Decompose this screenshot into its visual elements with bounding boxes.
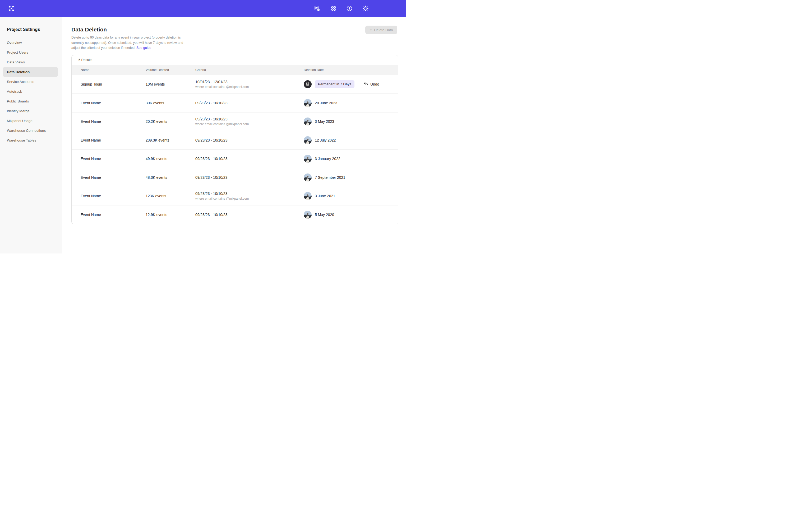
topbar-icon-group: ?: [314, 5, 369, 12]
row-event-name: Event Name: [81, 119, 101, 124]
row-volume-deleted: 10M events: [146, 82, 165, 87]
deletion-date-text: 3 June 2021: [315, 194, 335, 198]
user-avatar: [304, 117, 312, 125]
sidebar-item-label: Project Users: [7, 50, 28, 54]
sidebar-item[interactable]: Data Views: [3, 57, 58, 67]
sidebar-item[interactable]: Autotrack: [3, 87, 58, 96]
row-criteria-range: 09/23/23 - 10/10/23: [195, 138, 227, 142]
svg-text:?: ?: [349, 7, 351, 10]
sidebar-item[interactable]: Mixpanel Usage: [3, 116, 58, 126]
row-criteria: 09/23/23 - 10/10/23: [195, 101, 227, 105]
help-icon[interactable]: ?: [346, 5, 353, 12]
undo-button-label: Undo: [370, 82, 379, 87]
sidebar-item[interactable]: Public Boards: [3, 96, 58, 106]
row-criteria: 09/23/23 - 10/10/23: [195, 213, 227, 217]
sidebar-item-label: Public Boards: [7, 99, 29, 103]
row-criteria-range: 09/23/23 - 10/10/23: [195, 101, 227, 105]
row-deletion-date: 3 June 2021: [304, 192, 335, 200]
user-avatar: [304, 136, 312, 144]
row-criteria-filter: where email contains @mixpanel.com: [195, 197, 249, 201]
row-criteria: 09/23/23 - 10/10/23: [195, 175, 227, 180]
row-deletion-date: 3 January 2022: [304, 155, 341, 163]
row-event-name: Event Name: [81, 101, 101, 105]
row-event-name: Signup_login: [81, 82, 102, 87]
column-header-criteria: Criteria: [195, 68, 206, 72]
mixpanel-logo-icon[interactable]: [8, 5, 15, 12]
page-description-text: Delete up to 90 days data for any event …: [71, 36, 183, 50]
deletion-date-text: 20 June 2023: [315, 101, 337, 105]
column-header-name: Name: [81, 68, 89, 72]
table-row: Event Name 20.2K events 09/23/23 - 10/10…: [71, 112, 398, 131]
sidebar-item[interactable]: Identity Merge: [3, 106, 58, 116]
row-criteria: 09/23/23 - 10/10/23 where email contains…: [195, 191, 249, 201]
see-guide-link[interactable]: See guide: [136, 46, 151, 50]
user-avatar: [304, 192, 312, 200]
row-criteria: 09/23/23 - 10/10/23 where email contains…: [195, 117, 249, 126]
row-criteria-range: 09/23/23 - 10/10/23: [195, 213, 227, 217]
row-volume-deleted: 239.3K events: [146, 138, 169, 142]
row-criteria-range: 09/23/23 - 10/10/23: [195, 175, 227, 180]
row-event-name: Event Name: [81, 194, 101, 198]
row-volume-deleted: 49.9K events: [146, 157, 167, 161]
sidebar-item[interactable]: Project Users: [3, 48, 58, 57]
deletion-date-text: 7 September 2021: [315, 175, 345, 180]
table-row: Event Name 48.3K events 09/23/23 - 10/10…: [71, 168, 398, 187]
row-event-name: Event Name: [81, 213, 101, 217]
data-management-icon[interactable]: [314, 5, 320, 12]
row-criteria-range: 09/23/23 - 10/10/23: [195, 157, 227, 161]
sidebar-item-label: Mixpanel Usage: [7, 119, 33, 123]
sidebar-item[interactable]: Service Accounts: [3, 77, 58, 87]
deletion-date-text: 5 May 2020: [315, 213, 334, 217]
user-avatar: [304, 99, 312, 107]
sidebar-item[interactable]: Warehouse Connections: [3, 126, 58, 135]
user-avatar: [304, 155, 312, 163]
sidebar-item-label: Warehouse Connections: [7, 129, 46, 132]
row-event-name: Event Name: [81, 175, 101, 180]
row-volume-deleted: 20.2K events: [146, 119, 167, 124]
row-criteria: 09/23/23 - 10/10/23: [195, 138, 227, 142]
apps-grid-icon[interactable]: [330, 5, 337, 12]
settings-gear-icon[interactable]: [362, 5, 369, 12]
column-header-volume-deleted: Volume Deleted: [146, 68, 169, 72]
table-row: Event Name 12.9K events 09/23/23 - 10/10…: [71, 205, 398, 224]
plus-icon: +: [369, 27, 372, 32]
row-deletion-date: 12 July 2022: [304, 136, 336, 144]
table-row: Event Name 123K events 09/23/23 - 10/10/…: [71, 187, 398, 206]
row-criteria-range: 10/01/23 - 12/01/23: [195, 80, 249, 84]
table-row: Signup_login 10M events 10/01/23 - 12/01…: [71, 75, 398, 94]
deletion-date-text: 12 July 2022: [315, 138, 336, 142]
row-deletion-date: 5 May 2020: [304, 211, 334, 219]
row-criteria-filter: where email contains @mixpanel.com: [195, 122, 249, 126]
delete-data-button[interactable]: + Delete Data: [365, 25, 397, 34]
sidebar-item-label: Data Deletion: [7, 70, 30, 74]
row-criteria: 10/01/23 - 12/01/23 where email contains…: [195, 80, 249, 89]
sidebar-item-label: Service Accounts: [7, 80, 34, 84]
deletion-requests-card: 5 Results Name Volume Deleted Criteria D…: [71, 55, 398, 224]
row-volume-deleted: 12.9K events: [146, 213, 167, 217]
table-row: Event Name 30K events 09/23/23 - 10/10/2…: [71, 94, 398, 112]
table-row: Event Name 239.3K events 09/23/23 - 10/1…: [71, 131, 398, 150]
undo-button[interactable]: Undo: [363, 81, 379, 87]
column-header-deletion-date: Deletion Date: [304, 68, 324, 72]
row-deletion-date: 3 May 2023: [304, 117, 334, 125]
sidebar-item-label: Identity Merge: [7, 109, 30, 113]
sidebar-item-label: Warehouse Tables: [7, 138, 36, 142]
user-avatar: [304, 80, 312, 88]
sidebar-item[interactable]: Overview: [3, 38, 58, 48]
delete-data-button-label: Delete Data: [374, 28, 393, 32]
page-description: Delete up to 90 days data for any event …: [71, 35, 187, 51]
row-event-name: Event Name: [81, 138, 101, 142]
row-deletion-date: 7 September 2021: [304, 173, 345, 181]
deletion-date-text: 3 January 2022: [315, 157, 341, 161]
row-criteria-filter: where email contains @mixpanel.com: [195, 85, 249, 89]
sidebar-item-label: Autotrack: [7, 90, 22, 94]
results-count: 5 Results: [71, 55, 398, 65]
row-event-name: Event Name: [81, 157, 101, 161]
row-criteria-range: 09/23/23 - 10/10/23: [195, 117, 249, 121]
user-avatar: [304, 211, 312, 219]
main-content: Data Deletion Delete up to 90 days data …: [62, 17, 406, 253]
project-settings-sidebar: Project Settings Overview Project Users …: [0, 17, 62, 253]
row-volume-deleted: 48.3K events: [146, 175, 167, 180]
sidebar-item[interactable]: Data Deletion: [3, 67, 58, 77]
sidebar-item[interactable]: Warehouse Tables: [3, 135, 58, 145]
